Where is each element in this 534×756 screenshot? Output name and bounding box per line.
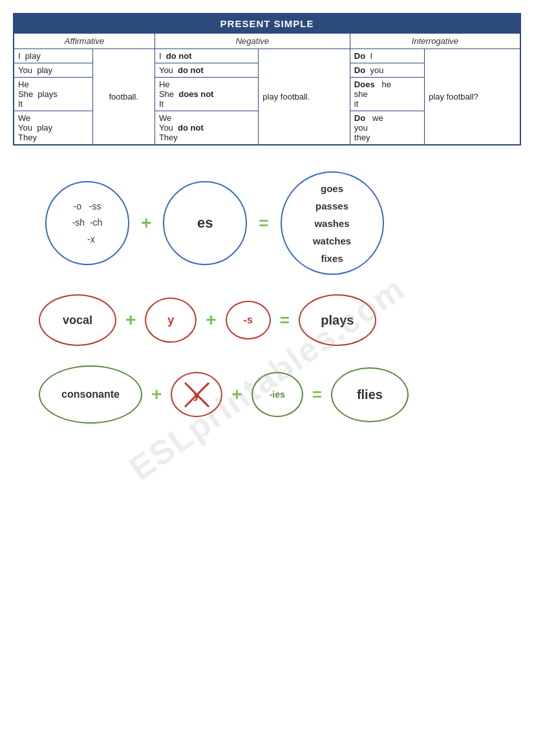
diagram1-es-text: es	[197, 215, 213, 232]
neg-row1: I do not	[155, 49, 258, 63]
diagrams-section: -o -ss-sh -ch -x + es = goes passes wash…	[13, 165, 521, 430]
neg-aux-i: do not	[166, 51, 192, 61]
diagram3-y-circle-crossed: y	[171, 372, 222, 417]
diagram3-consonante-circle: consonante	[39, 365, 142, 424]
int-pronoun-you: you	[370, 65, 383, 75]
diagram1-row: -o -ss-sh -ch -x + es = goes passes wash…	[26, 171, 508, 275]
endings-text: -o -ss-sh -ch -x	[72, 201, 103, 244]
neg-football: play football.	[259, 49, 350, 146]
diagram3-consonante-text: consonante	[61, 389, 120, 400]
aff-row2: You play	[14, 63, 92, 78]
negative-header: Negative	[155, 34, 350, 49]
result-goes: goes	[321, 180, 343, 197]
int-aux-do3: Do	[354, 113, 365, 123]
neg-aux-she: does not	[178, 89, 213, 99]
neg-row4: We You do not They	[155, 111, 258, 146]
neg-football-text: football.	[281, 92, 310, 102]
int-obj: football?	[447, 92, 478, 102]
diagram2-y-text: y	[167, 314, 174, 327]
aff-football: football.	[92, 49, 155, 146]
table-header-row: Affirmative Negative Interrogative	[14, 34, 520, 49]
neg-aux-you: do not	[178, 65, 204, 75]
diagram2-s-circle: -s	[226, 301, 271, 340]
diagram2-equals: =	[280, 310, 290, 330]
diagram3-ies-text: -ies	[270, 389, 285, 400]
affirmative-header: Affirmative	[14, 34, 155, 49]
diagram1-es-circle: es	[163, 181, 247, 265]
diagram3-ies-circle: -ies	[251, 372, 303, 417]
aff-row1: I play	[14, 49, 92, 63]
diagram2-row: vocal + y + -s = plays	[26, 294, 508, 346]
table-row: I play football. I do not play football.…	[14, 49, 520, 63]
diagram3-result-text: flies	[357, 387, 383, 402]
aff-verb-she: plays	[37, 89, 57, 99]
result-fixes: fixes	[321, 250, 343, 267]
diagram2-s-text: -s	[244, 314, 253, 326]
int-row3: Does hesheit	[350, 78, 424, 111]
diagram1-equals: =	[259, 213, 268, 233]
diagram2-result-circle: plays	[299, 294, 376, 346]
diagram1-plus: +	[141, 213, 151, 233]
int-verb: play	[429, 92, 444, 102]
diagram3-equals: =	[312, 385, 322, 405]
diagram2-vocal-circle: vocal	[39, 294, 116, 346]
interrogative-header: Interrogative	[350, 34, 520, 49]
int-row4: Do weyouthey	[350, 111, 424, 146]
int-pronoun-i: I	[370, 51, 372, 61]
diagram3-row: consonante + y + -ies = flies	[26, 365, 508, 424]
neg-aux-we: do not	[178, 123, 204, 133]
int-aux-does: Does	[354, 80, 375, 89]
diagram3-plus2: +	[231, 384, 242, 405]
aff-row3: He She plays It	[14, 78, 92, 111]
result-washes: washes	[314, 215, 349, 232]
aff-verb-you: play	[37, 65, 52, 75]
table-title: PRESENT SIMPLE	[14, 14, 520, 34]
diagram3-y-text: y	[193, 388, 200, 402]
neg-row2: You do not	[155, 63, 258, 78]
int-aux-do2: Do	[354, 65, 365, 75]
int-football: play football?	[425, 49, 520, 146]
int-aux-do: Do	[354, 51, 365, 61]
diagram3-plus1: +	[151, 384, 162, 405]
diagram1-endings-circle: -o -ss-sh -ch -x	[45, 181, 129, 265]
aff-verb-we: play	[37, 123, 52, 133]
diagram2-plus1: +	[125, 310, 136, 330]
aff-row4: We You play They	[14, 111, 92, 146]
diagram1-result-circle: goes passes washes watches fixes	[281, 171, 384, 275]
diagram2-y-circle: y	[145, 297, 197, 343]
diagram3-result-circle: flies	[331, 367, 409, 422]
diagram2-plus2: +	[206, 310, 216, 330]
result-passes: passes	[315, 197, 348, 215]
result-watches: watches	[313, 232, 351, 250]
aff-verb-i: play	[25, 51, 41, 61]
present-simple-table: PRESENT SIMPLE Affirmative Negative Inte…	[13, 13, 521, 146]
int-row2: Do you	[350, 63, 424, 78]
diagram2-result-text: plays	[321, 313, 354, 328]
neg-row3: He She does not It	[155, 78, 258, 111]
diagram2-vocal-text: vocal	[63, 314, 92, 327]
neg-verb: play	[262, 92, 278, 102]
table-title-row: PRESENT SIMPLE	[14, 14, 520, 34]
grammar-table-section: PRESENT SIMPLE Affirmative Negative Inte…	[13, 13, 521, 146]
int-row1: Do I	[350, 49, 424, 63]
